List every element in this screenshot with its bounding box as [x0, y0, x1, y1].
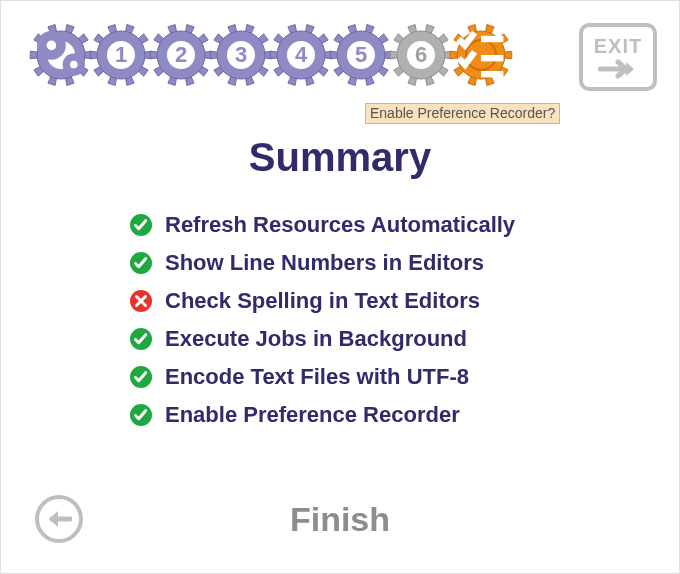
- svg-point-19: [466, 40, 496, 70]
- wizard-step-5[interactable]: 5: [329, 23, 393, 87]
- svg-point-15: [346, 40, 376, 70]
- svg-point-7: [106, 40, 136, 70]
- x-circle-icon: [129, 289, 153, 313]
- finish-button[interactable]: Finish: [1, 500, 679, 539]
- svg-point-11: [226, 40, 256, 70]
- summary-item-text: Show Line Numbers in Editors: [165, 250, 484, 276]
- wizard-step-2[interactable]: 2: [149, 23, 213, 87]
- wizard-step-7[interactable]: [449, 23, 513, 87]
- wizard-step-0[interactable]: [29, 23, 93, 87]
- wizard-step-6[interactable]: 6: [389, 23, 453, 87]
- check-circle-icon: [129, 213, 153, 237]
- summary-item-text: Execute Jobs in Background: [165, 326, 467, 352]
- summary-item: Execute Jobs in Background: [129, 320, 679, 358]
- summary-item-text: Refresh Resources Automatically: [165, 212, 515, 238]
- step-tooltip: Enable Preference Recorder?: [365, 103, 560, 124]
- wizard-step-strip: 1 2 3 4 5 6: [1, 1, 679, 87]
- summary-item: Enable Preference Recorder: [129, 396, 679, 434]
- check-circle-icon: [129, 327, 153, 351]
- summary-item: Show Line Numbers in Editors: [129, 244, 679, 282]
- arrow-right-icon: [598, 58, 638, 80]
- summary-list: Refresh Resources Automatically Show Lin…: [129, 206, 679, 434]
- svg-point-17: [406, 40, 436, 70]
- wizard-step-3[interactable]: 3: [209, 23, 273, 87]
- check-circle-icon: [129, 365, 153, 389]
- svg-point-9: [166, 40, 196, 70]
- exit-button[interactable]: EXIT: [579, 23, 657, 91]
- exit-label: EXIT: [594, 35, 642, 58]
- svg-point-13: [286, 40, 316, 70]
- summary-item-text: Enable Preference Recorder: [165, 402, 460, 428]
- summary-item: Refresh Resources Automatically: [129, 206, 679, 244]
- summary-item: Encode Text Files with UTF-8: [129, 358, 679, 396]
- svg-point-1: [46, 40, 76, 70]
- check-circle-icon: [129, 403, 153, 427]
- wizard-step-1[interactable]: 1: [89, 23, 153, 87]
- summary-item-text: Check Spelling in Text Editors: [165, 288, 480, 314]
- summary-item: Check Spelling in Text Editors: [129, 282, 679, 320]
- summary-item-text: Encode Text Files with UTF-8: [165, 364, 469, 390]
- check-circle-icon: [129, 251, 153, 275]
- wizard-step-4[interactable]: 4: [269, 23, 333, 87]
- page-title: Summary: [1, 135, 679, 180]
